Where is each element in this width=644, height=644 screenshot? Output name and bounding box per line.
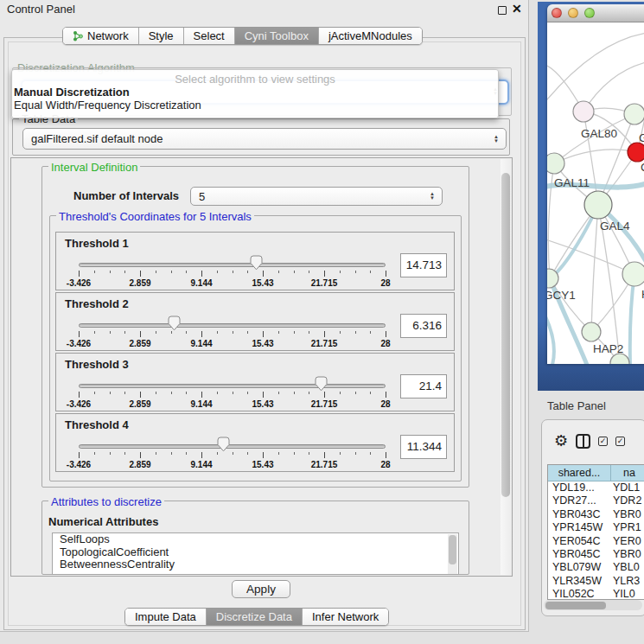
threshold-value-field[interactable]: 14.713 — [400, 253, 447, 277]
tab-jactivemnodules[interactable]: jActiveMNodules — [319, 28, 422, 44]
cell-name: YLR3 — [611, 575, 644, 588]
table-row[interactable]: YER054CYER0 — [548, 535, 644, 548]
tab-infer-network[interactable]: Infer Network — [303, 609, 388, 625]
slider-thumb[interactable] — [217, 437, 230, 452]
horizontal-scrollbar[interactable] — [544, 600, 642, 610]
minimize-traffic-light-icon[interactable] — [568, 8, 578, 18]
tick-label: 15.43 — [241, 460, 284, 469]
zoom-traffic-light-icon[interactable] — [584, 8, 595, 18]
tab-impute-data[interactable]: Impute Data — [125, 609, 207, 625]
svg-text:HAP2: HAP2 — [593, 342, 623, 355]
slider-thumb[interactable] — [315, 376, 328, 392]
tick-mark — [156, 271, 156, 273]
node-attribute-table[interactable]: shared... na YDL19...YDL1YDR27...YDR2YBR… — [547, 464, 644, 600]
tick-mark — [294, 271, 295, 273]
network-window-titlebar[interactable] — [547, 4, 644, 22]
tab-cyni-toolbox[interactable]: Cyni Toolbox — [235, 28, 319, 44]
threshold-slider-3[interactable]: -3.4262.8599.14415.4321.71528 — [79, 376, 386, 411]
slider-track[interactable] — [79, 263, 386, 267]
scrollbar-thumb[interactable] — [501, 173, 510, 497]
numerical-attributes-list[interactable]: SelfLoopsTopologicalCoefficientBetweenne… — [52, 532, 459, 575]
table-row[interactable]: YLR345WYLR3 — [548, 575, 644, 588]
tick-mark — [324, 392, 325, 398]
column-header-shared-name[interactable]: shared... — [548, 465, 611, 481]
table-header: shared... na — [548, 465, 644, 481]
threshold-value-field[interactable]: 6.316 — [400, 314, 447, 338]
attribute-item-betweennesscentrality[interactable]: BetweennessCentrality — [53, 558, 458, 571]
attributes-group-title: Attributes to discretize — [48, 495, 164, 508]
slider-track[interactable] — [79, 384, 386, 388]
slider-thumb[interactable] — [168, 316, 181, 331]
slider-track[interactable] — [79, 444, 386, 449]
tick-mark — [94, 331, 95, 334]
table-row[interactable]: YIL052CYIL0 — [548, 588, 644, 600]
tab-select[interactable]: Select — [184, 28, 235, 44]
threshold-slider-4[interactable]: -3.4262.8599.14415.4321.71528 — [79, 437, 386, 471]
threshold-slider-1[interactable]: -3.4262.8599.14415.4321.71528 — [79, 255, 386, 290]
menu-item-equal-width-frequency[interactable]: Equal Width/Frequency Discretization — [12, 99, 498, 112]
table-body: YDL19...YDL1YDR27...YDR2YBR043CYBR0YPR14… — [548, 481, 644, 600]
threshold-label: Threshold 4 — [65, 418, 129, 431]
checkbox-icon[interactable]: ✓ — [598, 437, 608, 446]
vertical-scrollbar[interactable] — [501, 159, 512, 575]
tick-label: 15.43 — [241, 399, 284, 409]
window-title: Control Panel — [7, 3, 75, 16]
cell-shared-name: YDL19... — [548, 481, 611, 494]
spinner-arrows-icon[interactable]: ▲▼ — [490, 135, 502, 143]
tick-mark — [278, 392, 279, 394]
checkbox-icon[interactable]: ✓ — [615, 437, 625, 446]
cell-shared-name: YDR27... — [548, 494, 611, 507]
threshold-slider-2[interactable]: -3.4262.8599.14415.4321.71528 — [79, 316, 386, 350]
threshold-value-field[interactable]: 11.344 — [400, 435, 447, 459]
tick-mark — [156, 452, 156, 455]
slider-thumb[interactable] — [250, 255, 263, 271]
table-row[interactable]: YDR27...YDR2 — [548, 494, 644, 507]
gear-icon[interactable]: ⚙ — [554, 433, 568, 449]
apply-button[interactable]: Apply — [232, 580, 290, 598]
table-data-combobox[interactable]: galFiltered.sif default node ▲▼ — [22, 128, 507, 150]
scrollbar-thumb[interactable] — [545, 602, 606, 609]
tab-discretize-data[interactable]: Discretize Data — [207, 609, 303, 625]
tick-mark — [217, 452, 218, 455]
close-traffic-light-icon[interactable] — [552, 8, 562, 18]
scrollbar-thumb[interactable] — [449, 535, 456, 564]
tick-label: -3.426 — [57, 399, 100, 409]
spinner-arrows-icon[interactable]: ▲▼ — [426, 192, 438, 201]
tick-mark — [370, 452, 371, 455]
tab-network[interactable]: Network — [63, 28, 139, 44]
network-canvas[interactable]: GAL80GGAL11CGAL4GCY1HHAP2 — [547, 22, 644, 364]
tick-mark — [309, 331, 309, 334]
table-row[interactable]: YBR045CYBR0 — [548, 548, 644, 561]
tab-label: Select — [194, 29, 225, 42]
table-row[interactable]: YBR043CYBR0 — [548, 508, 644, 521]
list-scrollbar[interactable] — [448, 534, 457, 574]
table-row[interactable]: YDL19...YDL1 — [548, 481, 644, 494]
table-row[interactable]: YPR145WYPR1 — [548, 521, 644, 534]
tick-mark — [294, 331, 295, 334]
tick-mark — [217, 271, 218, 273]
svg-text:GAL4: GAL4 — [600, 220, 630, 233]
threshold-value-field[interactable]: 21.4 — [400, 374, 447, 399]
float-window-icon[interactable] — [498, 6, 507, 15]
cell-shared-name: YIL052C — [548, 588, 611, 600]
column-header-name[interactable]: na — [611, 465, 644, 481]
tab-style[interactable]: Style — [139, 28, 184, 44]
tick-mark — [233, 331, 233, 334]
attribute-item-selfloops[interactable]: SelfLoops — [53, 533, 458, 546]
tick-mark — [201, 392, 202, 398]
menu-item-manual-discretization[interactable]: Manual Discretization — [12, 86, 498, 99]
control-panel-titlebar[interactable]: Control Panel ✕ — [0, 0, 529, 17]
slider-track[interactable] — [79, 323, 386, 328]
tick-mark — [217, 331, 218, 334]
tick-mark — [79, 271, 80, 277]
tick-mark — [140, 271, 141, 277]
tick-mark — [140, 392, 141, 398]
tick-mark — [124, 331, 125, 334]
close-icon[interactable]: ✕ — [512, 2, 522, 16]
table-row[interactable]: YBL079WYBL0 — [548, 561, 644, 574]
tick-mark — [110, 452, 111, 455]
tick-mark — [110, 392, 111, 394]
attribute-item-topologicalcoefficient[interactable]: TopologicalCoefficient — [53, 546, 458, 559]
columns-icon[interactable] — [576, 434, 590, 449]
number-of-intervals-combobox[interactable]: 5 ▲▼ — [190, 187, 443, 206]
